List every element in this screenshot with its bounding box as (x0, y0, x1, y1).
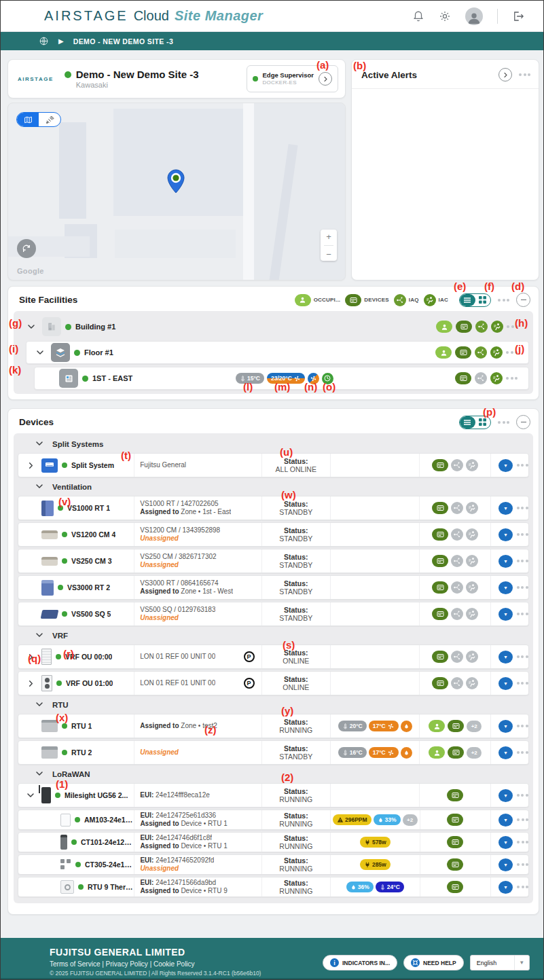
edge-supervisor-button[interactable]: Edge Supervisor DOCKER-ES (247, 65, 339, 92)
expand-down-arrow-icon[interactable]: ▼ (498, 836, 513, 849)
chevron-down-icon[interactable] (24, 323, 38, 331)
devices-icon[interactable] (447, 789, 463, 801)
device-row-menu[interactable] (517, 792, 528, 799)
settings-gear-icon[interactable] (439, 10, 451, 22)
iac-icon[interactable] (466, 528, 478, 541)
occupancy-icon[interactable] (429, 720, 445, 732)
iaq-icon[interactable] (451, 528, 463, 541)
device-group-header[interactable]: Split Systems (18, 437, 529, 451)
map-zoom-in[interactable]: + (326, 232, 331, 242)
expand-down-arrow-icon[interactable]: ▼ (498, 746, 513, 759)
plus-more-badge[interactable]: +2 (467, 721, 482, 732)
iaq-icon[interactable] (394, 294, 406, 306)
expand-down-arrow-icon[interactable]: ▼ (498, 720, 513, 733)
expand-down-arrow-icon[interactable]: ▼ (498, 555, 513, 568)
notifications-bell-icon[interactable] (412, 10, 424, 22)
expand-down-arrow-icon[interactable]: ▼ (498, 608, 513, 621)
device-row[interactable]: RTU 2UnassignedStatus:STANDBY16°C17°C+2▼ (18, 740, 529, 765)
iac-icon[interactable] (466, 555, 478, 567)
occupancy-icon[interactable] (436, 321, 452, 333)
chevron-right-icon[interactable] (24, 680, 37, 687)
device-row-menu[interactable] (517, 680, 528, 687)
devices-icon[interactable] (432, 459, 448, 471)
device-row-menu[interactable] (517, 531, 528, 538)
device-row-menu[interactable] (517, 505, 528, 511)
expand-down-arrow-icon[interactable]: ▼ (498, 789, 513, 802)
devices-icon[interactable] (345, 294, 361, 306)
devices-icon[interactable] (447, 858, 463, 871)
logout-icon[interactable] (512, 10, 524, 22)
device-row-menu[interactable] (517, 653, 528, 660)
iaq-icon[interactable] (451, 581, 463, 594)
device-row-menu[interactable] (517, 611, 528, 617)
iac-icon[interactable] (424, 294, 436, 306)
device-row[interactable]: VS250 CM 3VS250 CM / 3826717302Unassigne… (18, 549, 529, 573)
iac-icon[interactable] (466, 581, 478, 594)
device-group-header[interactable]: RTU (18, 698, 529, 712)
devices-icon[interactable] (432, 651, 448, 663)
list-view-icon[interactable] (460, 294, 475, 306)
iaq-icon[interactable] (451, 459, 463, 471)
devices-icon[interactable] (455, 346, 471, 359)
site-map[interactable]: Google + − (7, 103, 346, 280)
iac-icon[interactable] (491, 321, 503, 333)
iaq-icon[interactable] (475, 321, 488, 333)
plus-more-badge[interactable]: +2 (403, 814, 418, 826)
device-row[interactable]: Milesight UG56 2...EUI: 24e124fff8eca12e… (18, 783, 529, 807)
device-row[interactable]: VRF OU 00:00LON 01 REF 00 UNIT 00PStatus… (18, 645, 529, 669)
devices-icon[interactable] (455, 372, 471, 384)
devices-icon[interactable] (432, 502, 448, 514)
chevron-down-icon[interactable] (35, 768, 43, 780)
device-row[interactable]: RTU 1Assigned to Zone • test2Status:RUNN… (18, 714, 529, 738)
devices-menu[interactable] (498, 419, 509, 426)
iac-icon[interactable] (466, 677, 478, 689)
device-row[interactable]: VS1000 RT 1VS1000 RT / 1427022605Assigne… (18, 496, 529, 520)
facility-row-menu[interactable] (506, 349, 518, 356)
iaq-icon[interactable] (475, 372, 487, 384)
list-view-icon[interactable] (460, 416, 475, 429)
globe-icon[interactable] (39, 36, 49, 46)
devices-collapse-button[interactable] (516, 415, 530, 429)
user-avatar[interactable] (465, 7, 483, 25)
expand-down-arrow-icon[interactable]: ▼ (498, 858, 513, 871)
iaq-icon[interactable] (451, 502, 463, 514)
chevron-right-icon[interactable] (24, 462, 37, 469)
map-type-toggle[interactable] (16, 112, 61, 127)
language-select[interactable]: English ▼ (470, 955, 530, 970)
grid-view-icon[interactable] (475, 416, 491, 429)
breadcrumb-site-name[interactable]: DEMO - NEW DEMO SITE -3 (73, 37, 173, 46)
need-help-button[interactable]: NEED HELP (403, 955, 464, 970)
chevron-down-icon[interactable] (35, 699, 43, 711)
expand-down-arrow-icon[interactable]: ▼ (498, 814, 513, 827)
device-row[interactable]: RTU 9 ThermostatEUI: 24e12471566da9bdAss… (18, 877, 529, 897)
map-refresh-button[interactable] (17, 239, 36, 258)
iac-icon[interactable] (466, 608, 478, 620)
device-row-menu[interactable] (517, 816, 528, 823)
facility-row[interactable]: 1ST - EAST15°C23/20°C (34, 367, 529, 390)
expand-down-arrow-icon[interactable]: ▼ (498, 677, 513, 690)
devices-view-toggle[interactable] (459, 416, 491, 429)
device-row[interactable]: CT305-24e12474...EUI: 24e12474652092fdUn… (18, 854, 529, 875)
devices-icon[interactable] (432, 608, 448, 620)
facilities-view-toggle[interactable] (459, 293, 491, 307)
iac-icon[interactable] (490, 372, 503, 384)
iaq-icon[interactable] (451, 651, 463, 663)
iaq-icon[interactable] (451, 677, 463, 689)
device-row-menu[interactable] (517, 462, 528, 469)
device-row[interactable]: VRF OU 01:00LON 01 REF 01 UNIT 00PStatus… (18, 671, 529, 695)
iaq-icon[interactable] (451, 608, 463, 620)
active-alerts-menu[interactable] (519, 71, 530, 78)
devices-icon[interactable] (448, 720, 464, 732)
occupancy-icon[interactable] (295, 294, 311, 306)
occupancy-icon[interactable] (435, 346, 452, 359)
device-row[interactable]: Split SystemFujitsu GeneralStatus:ALL ON… (18, 453, 529, 477)
grid-view-icon[interactable] (475, 294, 491, 306)
expand-down-arrow-icon[interactable]: ▼ (498, 528, 513, 541)
chevron-down-icon[interactable] (24, 791, 37, 799)
expand-down-arrow-icon[interactable]: ▼ (498, 581, 513, 594)
devices-icon[interactable] (432, 581, 448, 594)
device-group-header[interactable]: Ventilation (18, 480, 529, 494)
iac-icon[interactable] (466, 651, 478, 663)
chevron-down-icon[interactable] (33, 348, 47, 357)
site-location-pin[interactable] (167, 169, 185, 196)
